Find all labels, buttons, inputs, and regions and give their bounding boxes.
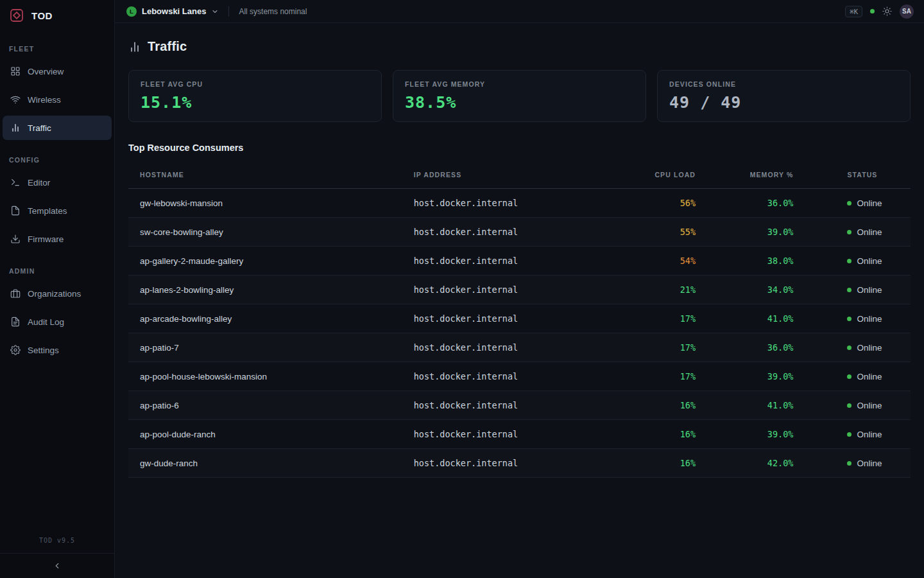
stat-card: FLEET AVG MEMORY38.5% (393, 70, 646, 122)
grid-icon (10, 66, 21, 76)
cpu-load-cell: 16% (621, 420, 707, 449)
page-title-bar-chart-icon (128, 40, 141, 53)
table-row[interactable]: ap-patio-7host.docker.internal17%36.0%On… (128, 333, 911, 362)
table-row[interactable]: ap-arcade-bowling-alleyhost.docker.inter… (128, 304, 911, 333)
hostname-cell: ap-pool-house-lebowski-mansion (128, 362, 402, 391)
memory-cell: 39.0% (707, 218, 805, 247)
sidebar-item-label: Audit Log (28, 317, 64, 327)
sidebar-item-firmware[interactable]: Firmware (3, 227, 112, 251)
cpu-load-cell: 21% (621, 276, 707, 304)
status-text: Online (857, 227, 882, 237)
hostname-cell: ap-lanes-2-bowling-alley (128, 276, 402, 304)
consumers-table-title: Top Resource Consumers (128, 143, 911, 153)
hostname-cell: sw-core-bowling-alley (128, 218, 402, 247)
ip-address-cell: host.docker.internal (402, 420, 621, 449)
command-palette-shortcut[interactable]: ⌘K (845, 6, 862, 17)
sidebar-item-label: Templates (28, 206, 67, 216)
sidebar-item-audit-log[interactable]: Audit Log (3, 310, 112, 334)
memory-cell: 39.0% (707, 420, 805, 449)
sidebar-item-wireless[interactable]: Wireless (3, 87, 112, 112)
online-dot-icon (847, 317, 851, 321)
ip-address-cell: host.docker.internal (402, 333, 621, 362)
ip-address-cell: host.docker.internal (402, 304, 621, 333)
ip-address-cell: host.docker.internal (402, 218, 621, 247)
hostname-cell: gw-dude-ranch (128, 449, 402, 478)
ip-address-cell: host.docker.internal (402, 247, 621, 276)
cpu-load-cell: 17% (621, 304, 707, 333)
status-text: Online (857, 285, 882, 295)
table-row[interactable]: sw-core-bowling-alleyhost.docker.interna… (128, 218, 911, 247)
consumers-table: HOSTNAME IP ADDRESS CPU LOAD MEMORY % ST… (128, 161, 911, 478)
app-brand: TOD (31, 10, 53, 21)
app-logo-row: TOD (0, 0, 114, 31)
topbar-divider (228, 6, 229, 17)
table-row[interactable]: gw-lebowski-mansionhost.docker.internal5… (128, 189, 911, 218)
theme-toggle-button[interactable] (882, 6, 892, 16)
sidebar-item-overview[interactable]: Overview (3, 59, 112, 83)
table-row[interactable]: ap-pool-house-lebowski-mansionhost.docke… (128, 362, 911, 391)
sidebar-item-settings[interactable]: Settings (3, 338, 112, 362)
online-dot-icon (847, 288, 851, 292)
col-header-status: STATUS (805, 161, 911, 189)
sidebar-item-label: Wireless (28, 95, 61, 105)
status-text: Online (857, 256, 882, 266)
cpu-load-cell: 16% (621, 391, 707, 420)
cpu-load-cell: 55% (621, 218, 707, 247)
stat-label: DEVICES ONLINE (669, 80, 898, 88)
hostname-cell: ap-patio-7 (128, 333, 402, 362)
sidebar-item-traffic[interactable]: Traffic (3, 116, 112, 140)
download-icon (10, 234, 21, 244)
col-header-cpu-load: CPU LOAD (621, 161, 707, 189)
ip-address-cell: host.docker.internal (402, 362, 621, 391)
hostname-cell: ap-arcade-bowling-alley (128, 304, 402, 333)
online-dot-icon (847, 230, 851, 234)
gear-icon (10, 345, 21, 355)
connection-status-dot (870, 9, 875, 13)
status-text: Online (857, 314, 882, 324)
status-text: Online (857, 198, 882, 208)
cpu-load-cell: 17% (621, 333, 707, 362)
table-row[interactable]: ap-gallery-2-maude-galleryhost.docker.in… (128, 247, 911, 276)
sidebar-item-label: Overview (28, 67, 64, 76)
table-header-row: HOSTNAME IP ADDRESS CPU LOAD MEMORY % ST… (128, 161, 911, 189)
status-text: Online (857, 459, 882, 468)
sidebar-item-editor[interactable]: Editor (3, 170, 112, 195)
status-cell: Online (805, 247, 911, 276)
table-row[interactable]: ap-pool-dude-ranchhost.docker.internal16… (128, 420, 911, 449)
ip-address-cell: host.docker.internal (402, 449, 621, 478)
stat-label: FLEET AVG CPU (141, 80, 370, 88)
org-switcher[interactable]: L Lebowski Lanes (126, 6, 219, 17)
hostname-cell: ap-pool-dude-ranch (128, 420, 402, 449)
sidebar-item-label: Settings (28, 346, 59, 355)
online-dot-icon (847, 201, 851, 206)
sidebar-item-label: Firmware (28, 234, 64, 244)
col-header-ip-address: IP ADDRESS (402, 161, 621, 189)
stat-value: 15.1% (141, 93, 370, 112)
status-cell: Online (805, 449, 911, 478)
sidebar-item-templates[interactable]: Templates (3, 198, 112, 223)
org-avatar: L (126, 6, 137, 17)
table-row[interactable]: ap-patio-6host.docker.internal16%41.0%On… (128, 391, 911, 420)
status-text: Online (857, 430, 882, 439)
user-avatar[interactable]: SA (900, 4, 914, 19)
table-row[interactable]: ap-lanes-2-bowling-alleyhost.docker.inte… (128, 276, 911, 304)
file-text-icon (10, 317, 21, 327)
app-logo-icon (8, 7, 25, 24)
sidebar-item-organizations[interactable]: Organizations (3, 281, 112, 306)
stat-value: 49 / 49 (669, 93, 898, 112)
stats-row: FLEET AVG CPU15.1%FLEET AVG MEMORY38.5%D… (128, 70, 911, 122)
cpu-load-cell: 16% (621, 449, 707, 478)
consumers-table-body: gw-lebowski-mansionhost.docker.internal5… (128, 189, 911, 478)
status-cell: Online (805, 218, 911, 247)
table-row[interactable]: gw-dude-ranchhost.docker.internal16%42.0… (128, 449, 911, 478)
ip-address-cell: host.docker.internal (402, 276, 621, 304)
online-dot-icon (847, 461, 851, 466)
online-dot-icon (847, 403, 851, 408)
cpu-load-cell: 54% (621, 247, 707, 276)
ip-address-cell: host.docker.internal (402, 391, 621, 420)
topbar: L Lebowski Lanes All systems nominal ⌘K … (115, 0, 924, 23)
memory-cell: 41.0% (707, 391, 805, 420)
wifi-icon (10, 94, 21, 105)
memory-cell: 38.0% (707, 247, 805, 276)
sidebar-collapse-button[interactable] (0, 553, 114, 578)
